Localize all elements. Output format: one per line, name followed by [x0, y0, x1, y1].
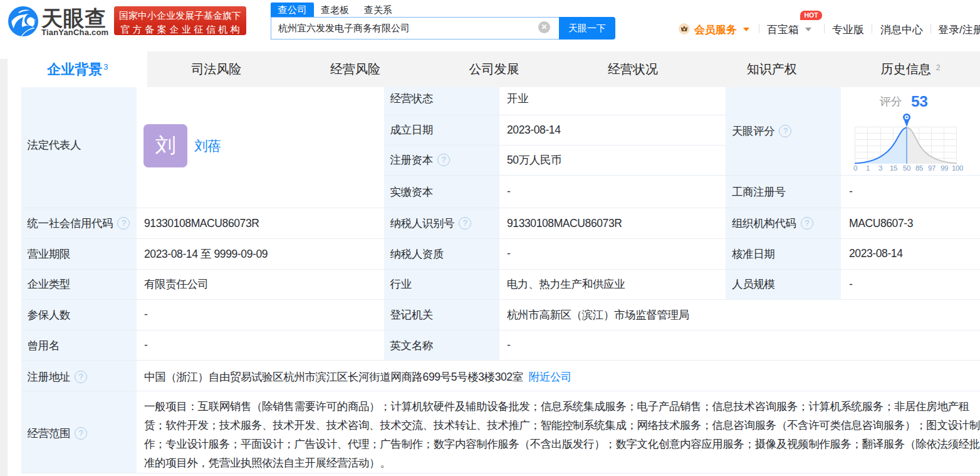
svg-text:85: 85 [915, 164, 923, 172]
svg-text:15: 15 [890, 164, 897, 172]
svg-text:97: 97 [928, 164, 936, 172]
svg-text:53: 53 [911, 93, 927, 110]
svg-text:1: 1 [866, 164, 870, 172]
svg-text:50: 50 [903, 164, 910, 172]
svg-text:0: 0 [853, 164, 857, 172]
svg-text:100: 100 [952, 164, 963, 172]
svg-text:3: 3 [878, 164, 882, 172]
svg-text:评分: 评分 [880, 95, 902, 108]
svg-text:99: 99 [941, 164, 948, 172]
